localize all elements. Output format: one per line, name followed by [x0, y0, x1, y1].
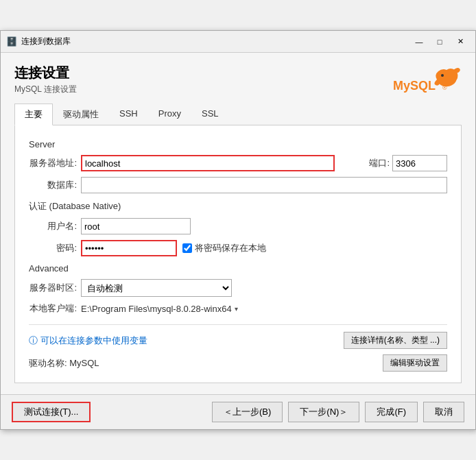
main-window: 🗄️ 连接到数据库 — □ ✕ 连接设置 MySQL 连接设置: [0, 30, 476, 430]
user-row: 用户名:: [29, 218, 447, 234]
tab-ssl[interactable]: SSL: [191, 104, 229, 125]
local-client-value: E:\Program Files\mysql-8.0.28-winx64: [81, 304, 232, 314]
content-area: 连接设置 MySQL 连接设置 MySQL ®: [1, 53, 475, 394]
local-client-dropdown-icon[interactable]: ▾: [235, 305, 238, 313]
footer-left: 测试连接(T)...: [12, 402, 91, 422]
edit-driver-button[interactable]: 编辑驱动设置: [383, 354, 447, 372]
server-label: 服务器地址:: [29, 157, 77, 169]
db-row: 数据库:: [29, 177, 447, 193]
header-row: 连接设置 MySQL 连接设置 MySQL ®: [14, 64, 462, 104]
cancel-button[interactable]: 取消: [423, 402, 464, 422]
title-bar: 🗄️ 连接到数据库 — □ ✕: [1, 31, 475, 53]
info-left: ⓘ 可以在连接参数中使用变量: [29, 335, 147, 347]
tab-ssh[interactable]: SSH: [109, 104, 148, 125]
driver-label: 驱动名称: MySQL: [29, 357, 99, 370]
tab-driver[interactable]: 驱动属性: [53, 104, 109, 125]
svg-text:®: ®: [442, 84, 447, 91]
save-password-row: 将密码保存在本地: [182, 242, 266, 254]
window-icon: 🗄️: [6, 36, 17, 47]
footer-right: ＜上一步(B) 下一步(N)＞ 完成(F) 取消: [212, 402, 464, 422]
footer: 测试连接(T)... ＜上一步(B) 下一步(N)＞ 完成(F) 取消: [1, 394, 475, 429]
tab-proxy[interactable]: Proxy: [148, 104, 191, 125]
db-label: 数据库:: [29, 179, 77, 191]
timezone-label: 服务器时区:: [29, 282, 77, 294]
back-button[interactable]: ＜上一步(B): [212, 402, 283, 422]
server-section-label: Server: [29, 139, 447, 149]
tabs-container: 主要 驱动属性 SSH Proxy SSL: [14, 104, 462, 125]
server-input[interactable]: [81, 155, 335, 171]
db-input[interactable]: [81, 177, 447, 193]
window-title: 连接到数据库: [21, 36, 409, 47]
password-row: 密码: 将密码保存在本地: [29, 240, 447, 256]
connection-details-button[interactable]: 连接详情(名称、类型 ...): [344, 332, 447, 349]
next-button[interactable]: 下一步(N)＞: [288, 402, 359, 422]
save-password-label: 将密码保存在本地: [195, 242, 266, 254]
save-password-checkbox[interactable]: [182, 243, 192, 253]
page-title: 连接设置: [14, 64, 77, 82]
password-input[interactable]: [81, 240, 177, 256]
header-text: 连接设置 MySQL 连接设置: [14, 64, 77, 104]
svg-text:MySQL: MySQL: [393, 79, 436, 93]
tab-main[interactable]: 主要: [14, 104, 53, 125]
advanced-divider: Advanced: [29, 263, 447, 274]
auth-section-label: 认证 (Database Native): [29, 200, 447, 213]
local-client-label: 本地客户端:: [29, 302, 77, 315]
page-subtitle: MySQL 连接设置: [14, 84, 77, 95]
advanced-section-label: Advanced: [29, 263, 447, 274]
test-connection-button[interactable]: 测试连接(T)...: [12, 402, 91, 422]
mysql-logo-svg: MySQL ®: [393, 61, 462, 99]
port-label: 端口:: [342, 157, 390, 169]
server-row: 服务器地址: 端口:: [29, 155, 447, 171]
user-input[interactable]: [81, 218, 191, 234]
driver-row: 驱动名称: MySQL 编辑驱动设置: [29, 354, 447, 372]
port-input[interactable]: [392, 155, 447, 171]
info-text: 可以在连接参数中使用变量: [40, 335, 147, 347]
info-icon: ⓘ: [29, 335, 38, 347]
timezone-select[interactable]: 自动检测: [81, 279, 232, 297]
auth-divider: 认证 (Database Native): [29, 200, 447, 213]
user-label: 用户名:: [29, 220, 77, 232]
title-bar-controls: — □ ✕: [409, 35, 470, 49]
info-row: ⓘ 可以在连接参数中使用变量 连接详情(名称、类型 ...): [29, 324, 447, 349]
timezone-row: 服务器时区: 自动检测: [29, 279, 447, 297]
close-button[interactable]: ✕: [451, 35, 470, 49]
maximize-button[interactable]: □: [430, 35, 449, 49]
mysql-logo: MySQL ®: [393, 61, 462, 99]
password-label: 密码:: [29, 242, 77, 254]
minimize-button[interactable]: —: [409, 35, 429, 49]
finish-button[interactable]: 完成(F): [365, 402, 418, 422]
form-panel: Server 服务器地址: 端口: 数据库: 认证 (Database Nati…: [14, 125, 462, 383]
svg-point-1: [441, 74, 444, 77]
local-client-row: 本地客户端: E:\Program Files\mysql-8.0.28-win…: [29, 302, 447, 315]
